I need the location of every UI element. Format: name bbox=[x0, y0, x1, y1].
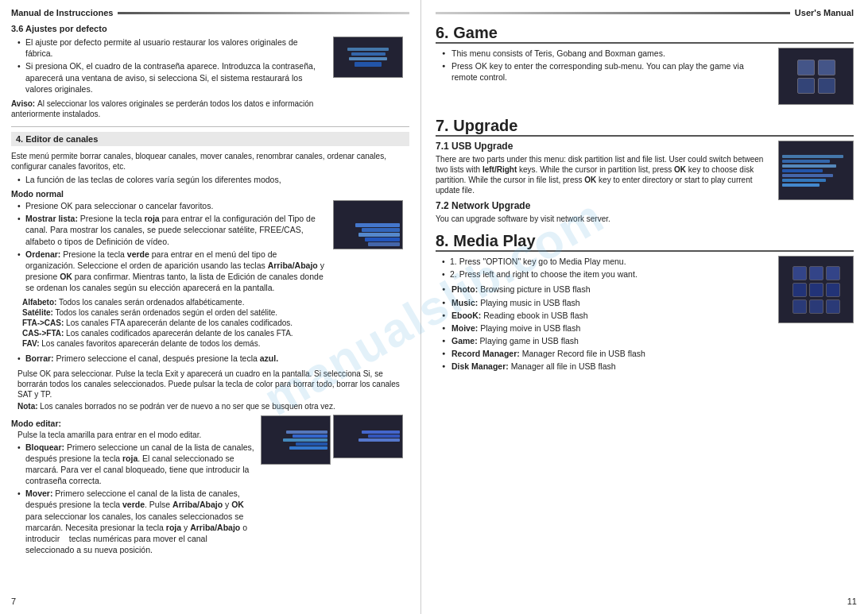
page: Manual de Instrucciones 3.6 Ajustes por … bbox=[0, 0, 868, 614]
list-item: 1. Press "OPTION" key go to Media Play m… bbox=[442, 256, 854, 267]
ordenar-detail: Alfabeto: Todos los canales serán ordena… bbox=[11, 297, 327, 349]
list-item: Bloquear: Primero seleccione un canal de… bbox=[17, 442, 254, 487]
aviso-text: Aviso: Al seleccionar los valores origin… bbox=[11, 98, 327, 119]
list-item: Presione OK para seleccionar o cancelar … bbox=[17, 200, 327, 211]
section-7: 7. Upgrade bbox=[436, 117, 854, 224]
section-7-header: 7. Upgrade bbox=[436, 117, 854, 137]
left-header-bar bbox=[118, 12, 409, 14]
list-item: Mover: Primero seleccione el canal de la… bbox=[17, 488, 254, 555]
list-item: Alfabeto: Todos los canales serán ordena… bbox=[22, 297, 327, 307]
section-6: 6. Game bbox=[436, 24, 854, 109]
sub-7-2-title: 7.2 Network Upgrade bbox=[436, 200, 854, 211]
list-item: 2. Press left and right to choose the it… bbox=[442, 268, 854, 280]
section-7-image bbox=[778, 141, 854, 200]
borrar-detail: Pulse OK para seleccionar. Pulse la tecl… bbox=[11, 369, 409, 400]
left-panel: Manual de Instrucciones 3.6 Ajustes por … bbox=[0, 0, 421, 614]
section-6-title: 6. Game bbox=[436, 24, 498, 43]
nota-body: Los canales borrados no se podrán ver de… bbox=[40, 402, 335, 411]
section-8-media-list: Photo: Browsing picture in USB flash Mus… bbox=[436, 284, 854, 372]
list-item: Borrar: Primero seleccione el canal, des… bbox=[17, 353, 409, 364]
section-4-image-2 bbox=[261, 415, 403, 560]
right-header-bar bbox=[436, 12, 790, 14]
list-item: Game: Playing game in USB flash bbox=[442, 335, 854, 346]
left-header: Manual de Instrucciones bbox=[11, 8, 409, 17]
section-6-content: This menu consists of Teris, Gobang and … bbox=[436, 48, 854, 109]
section-6-bullets: This menu consists of Teris, Gobang and … bbox=[436, 48, 854, 83]
list-item: Ordenar: Presione la tecla verde para en… bbox=[17, 249, 327, 294]
divider-1 bbox=[11, 126, 409, 127]
tv-image-4 bbox=[333, 415, 403, 458]
section-4-note: La función de las teclas de colores varí… bbox=[11, 174, 409, 185]
modo-normal-text: Presione OK para seleccionar o cancelar … bbox=[11, 200, 327, 349]
list-item: Photo: Browsing picture in USB flash bbox=[442, 284, 854, 295]
left-header-title: Manual de Instrucciones bbox=[11, 8, 113, 17]
page-wrapper: manualslib.com Manual de Instrucciones 3… bbox=[0, 0, 868, 614]
section-4-title: 4. Editor de canales bbox=[11, 132, 409, 146]
section-8: 8. Media Play bbox=[436, 232, 854, 377]
modo-editar-label: Modo editar: bbox=[11, 419, 254, 428]
nota-borrar: Nota: Los canales borrados no se podrán … bbox=[11, 401, 409, 411]
section-6-header: 6. Game bbox=[436, 24, 854, 44]
right-header: User's Manual bbox=[436, 8, 854, 17]
bold-label: Borrar: bbox=[25, 353, 56, 363]
list-item: Mostrar lista: Presione la tecla roja pa… bbox=[17, 213, 327, 247]
section-3-6-title: 3.6 Ajustes por defecto bbox=[11, 24, 409, 33]
right-panel: User's Manual 6. Game bbox=[421, 0, 868, 614]
modo-normal-label: Modo normal bbox=[11, 189, 409, 199]
list-item: This menu consists of Teris, Gobang and … bbox=[442, 48, 854, 59]
bold-label: Ordenar: bbox=[25, 249, 63, 259]
modo-editar-content: Modo editar: Pulse la tecla amarilla par… bbox=[11, 415, 409, 560]
section-3-6-list: El ajuste por defecto permite al usuario… bbox=[11, 37, 327, 95]
section-4-image bbox=[333, 200, 403, 349]
bold-label: Bloquear: bbox=[25, 442, 67, 452]
list-item: Record Manager: Manager Record file in U… bbox=[442, 348, 854, 359]
list-item: Press OK key to enter the corresponding … bbox=[442, 60, 854, 83]
list-item: Disk Manager: Manager all file in USB fl… bbox=[442, 361, 854, 372]
list-item: Music: Playing music in USB flash bbox=[442, 297, 854, 308]
section-7-title: 7. Upgrade bbox=[436, 117, 517, 136]
section-8-header: 8. Media Play bbox=[436, 232, 854, 252]
normal-bullets: Presione OK para seleccionar o cancelar … bbox=[11, 200, 327, 293]
aviso-body: Al seleccionar los valores originales se… bbox=[11, 99, 313, 118]
list-item: Si presiona OK, el cuadro de la contrase… bbox=[17, 60, 327, 95]
tv-image-3 bbox=[261, 415, 331, 465]
sub-7-2-text: You can upgrade software by visit networ… bbox=[436, 214, 854, 224]
list-item: FAV: Los canales favoritos aparecerán de… bbox=[22, 338, 327, 349]
section-3-6-image bbox=[333, 37, 403, 122]
page-number-right: 11 bbox=[847, 597, 857, 606]
section-8-title: 8. Media Play bbox=[436, 232, 536, 251]
list-item: Moive: Playing moive in USB flash bbox=[442, 322, 854, 334]
bold-label: Mostrar lista: bbox=[25, 214, 80, 223]
list-item: EbooK: Reading ebook in USB flash bbox=[442, 310, 854, 321]
page-number-left: 7 bbox=[11, 597, 16, 606]
modo-editar-text: Modo editar: Pulse la tecla amarilla par… bbox=[11, 415, 254, 560]
section-7-content: 7.1 USB Upgrade There are two parts unde… bbox=[436, 141, 854, 224]
section-3-6-content: El ajuste por defecto permite al usuario… bbox=[11, 37, 409, 122]
section-4-intro: Este menú permite borrar canales, bloque… bbox=[11, 151, 409, 172]
section-3-6-text: El ajuste por defecto permite al usuario… bbox=[11, 37, 327, 122]
modo-normal-content: Presione OK para seleccionar o cancelar … bbox=[11, 200, 409, 349]
list-item: El ajuste por defecto permite al usuario… bbox=[17, 37, 327, 59]
bold-label: Mover: bbox=[25, 488, 55, 498]
tv-upgrade-image bbox=[778, 141, 854, 200]
tv-image-1 bbox=[333, 37, 403, 78]
right-header-title: User's Manual bbox=[795, 8, 854, 17]
list-item: La función de las teclas de colores varí… bbox=[17, 174, 409, 185]
modo-editar-intro: Pulse la tecla amarilla para entrar en e… bbox=[11, 430, 254, 440]
nota-label: Nota: bbox=[17, 402, 40, 411]
list-item: Satélite: Todos los canales serán ordena… bbox=[22, 307, 327, 318]
list-item: CAS->FTA: Los canales codificados aparec… bbox=[22, 328, 327, 338]
tv-image-2 bbox=[333, 200, 403, 249]
editar-bullets: Bloquear: Primero seleccione un canal de… bbox=[11, 442, 254, 556]
aviso-label: Aviso: bbox=[11, 99, 37, 108]
borrar-list: Borrar: Primero seleccione el canal, des… bbox=[11, 353, 409, 364]
list-item: FTA->CAS: Los canales FTA aparecerán del… bbox=[22, 318, 327, 328]
section-8-content: 1. Press "OPTION" key go to Media Play m… bbox=[436, 256, 854, 377]
